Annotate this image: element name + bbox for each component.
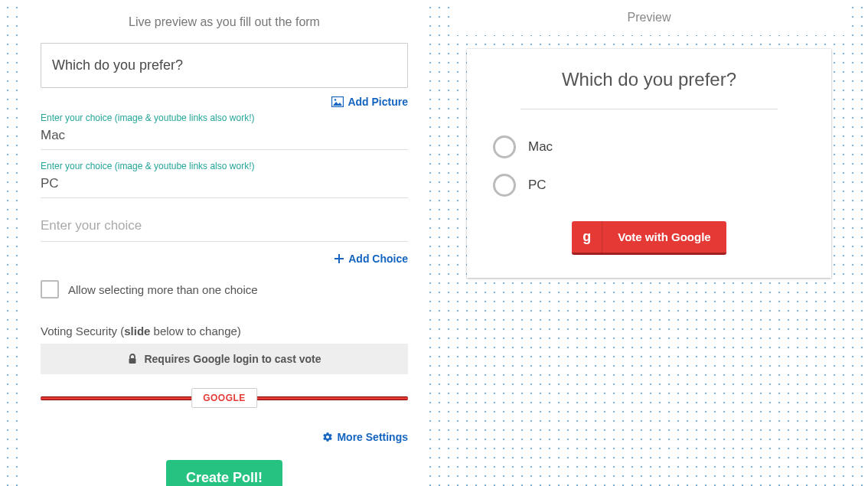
allow-multi-row[interactable]: Allow selecting more than one choice <box>41 280 408 298</box>
plus-icon <box>334 253 344 264</box>
preview-card: Which do you prefer? Mac PC g Vote with … <box>467 49 831 278</box>
security-heading: Voting Security (slide below to change) <box>41 325 408 338</box>
lock-icon <box>127 353 138 365</box>
form-subhead: Live preview as you fill out the form <box>41 15 408 29</box>
option-label: PC <box>528 178 547 193</box>
vote-google-button[interactable]: g Vote with Google <box>572 221 726 255</box>
more-settings-link[interactable]: More Settings <box>41 431 408 443</box>
radio-icon[interactable] <box>493 135 516 158</box>
choice-input-1[interactable] <box>41 125 408 145</box>
security-banner: Requires Google login to cast vote <box>41 344 408 374</box>
picture-icon <box>331 96 344 107</box>
allow-multi-label: Allow selecting more than one choice <box>68 283 258 296</box>
vote-button-label: Vote with Google <box>602 221 726 253</box>
preview-panel: Preview Which do you prefer? Mac PC g Vo… <box>450 0 848 486</box>
choice-row <box>41 215 408 242</box>
create-poll-button[interactable]: Create Poll! <box>166 460 282 486</box>
add-picture-label[interactable]: Add Picture <box>348 96 408 108</box>
security-banner-text: Requires Google login to cast vote <box>144 353 321 365</box>
choice-hint: Enter your choice (image & youtube links… <box>41 113 408 123</box>
preview-header: Preview <box>450 0 848 35</box>
preview-option[interactable]: PC <box>490 166 808 204</box>
divider <box>520 109 778 109</box>
choice-row: Enter your choice (image & youtube links… <box>41 113 408 150</box>
choice-input-2[interactable] <box>41 173 408 193</box>
option-label: Mac <box>528 139 553 155</box>
preview-question: Which do you prefer? <box>490 69 808 109</box>
preview-option[interactable]: Mac <box>490 128 808 166</box>
choice-input-empty[interactable] <box>41 215 408 235</box>
add-picture-link[interactable]: Add Picture <box>41 96 408 108</box>
google-g-icon: g <box>572 221 602 253</box>
slider-handle[interactable]: GOOGLE <box>191 388 257 408</box>
radio-icon[interactable] <box>493 174 516 197</box>
svg-rect-2 <box>129 358 136 364</box>
allow-multi-checkbox[interactable] <box>41 280 59 298</box>
add-choice-label[interactable]: Add Choice <box>348 253 408 265</box>
poll-title-input[interactable] <box>41 43 408 88</box>
add-choice-link[interactable]: Add Choice <box>41 253 408 265</box>
choice-row: Enter your choice (image & youtube links… <box>41 161 408 198</box>
form-panel: Live preview as you fill out the form Ad… <box>21 0 427 486</box>
svg-point-1 <box>334 99 337 101</box>
gear-icon <box>322 432 333 442</box>
security-slider[interactable]: GOOGLE <box>41 388 408 408</box>
more-settings-label[interactable]: More Settings <box>337 431 408 443</box>
choice-hint: Enter your choice (image & youtube links… <box>41 161 408 171</box>
